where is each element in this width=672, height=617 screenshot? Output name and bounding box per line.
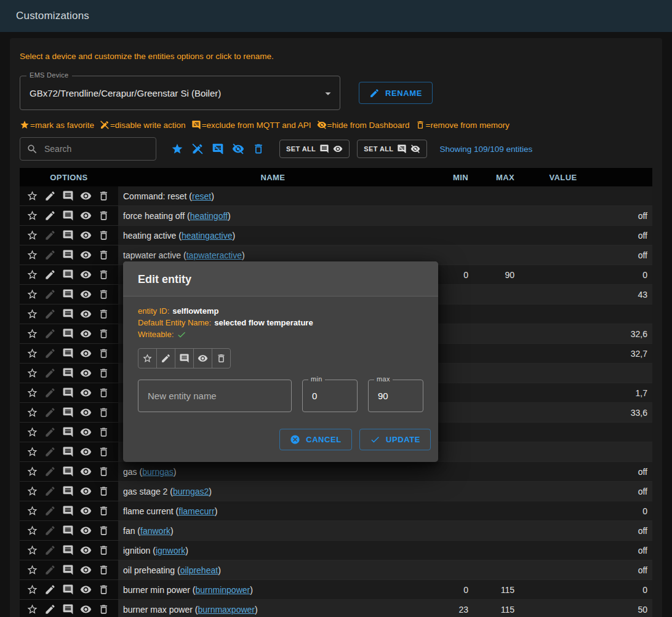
set-all-show-button[interactable]: SET ALL (279, 140, 350, 158)
mqtt-toggle[interactable] (175, 348, 194, 368)
entity-link[interactable]: burnminpower (196, 585, 250, 595)
mqtt-exclude-icon[interactable] (62, 426, 74, 438)
visibility-icon[interactable] (80, 426, 92, 438)
cancel-button[interactable]: CANCEL (279, 429, 352, 450)
visibility-toggle[interactable] (193, 348, 212, 368)
visibility-icon[interactable] (80, 387, 92, 399)
visibility-icon[interactable] (80, 249, 92, 261)
edit-icon[interactable] (44, 505, 56, 517)
favorite-star-icon[interactable] (26, 466, 38, 477)
mqtt-exclude-icon[interactable] (62, 229, 74, 241)
edit-icon[interactable] (44, 485, 56, 497)
visibility-icon[interactable] (80, 466, 92, 477)
entity-link[interactable]: heatingactive (182, 231, 233, 241)
mqtt-exclude-icon[interactable] (62, 348, 74, 359)
edit-icon[interactable] (44, 328, 56, 340)
visibility-icon[interactable] (80, 446, 92, 458)
edit-icon[interactable] (44, 426, 56, 438)
delete-icon[interactable] (98, 525, 110, 536)
mqtt-exclude-icon[interactable] (62, 446, 74, 458)
mqtt-exclude-icon[interactable] (62, 249, 74, 261)
edit-icon[interactable] (44, 544, 56, 556)
update-button[interactable]: UPDATE (359, 429, 431, 450)
new-name-input[interactable] (146, 390, 283, 402)
delete-icon[interactable] (98, 564, 110, 576)
delete-icon[interactable] (98, 505, 110, 517)
delete-icon[interactable] (98, 269, 110, 281)
delete-icon[interactable] (98, 584, 110, 595)
edit-icon[interactable] (44, 584, 56, 595)
edit-icon[interactable] (44, 210, 56, 221)
table-row[interactable]: flame current (flamecurr) 0 (20, 501, 652, 521)
table-row[interactable]: force heating off (heatingoff) off (20, 206, 652, 226)
edit-icon[interactable] (44, 407, 56, 418)
favorite-star-icon[interactable] (26, 348, 38, 359)
mqtt-exclude-icon[interactable] (62, 289, 74, 300)
mqtt-exclude-icon[interactable] (62, 485, 74, 497)
edit-icon[interactable] (44, 387, 56, 399)
delete-icon[interactable] (98, 210, 110, 221)
delete-icon[interactable] (98, 229, 110, 241)
edit-icon[interactable] (44, 308, 56, 320)
favorite-star-icon[interactable] (26, 190, 38, 202)
edit-icon[interactable] (44, 466, 56, 477)
visibility-icon[interactable] (80, 269, 92, 281)
table-row[interactable]: fan (fanwork) off (20, 521, 652, 541)
delete-icon[interactable] (98, 603, 110, 615)
device-select[interactable]: EMS Device GBx72/Trendline/Cerapur/Green… (20, 76, 340, 110)
favorite-star-icon[interactable] (26, 446, 38, 458)
mqtt-exclude-icon[interactable] (62, 328, 74, 340)
mqtt-exclude-icon[interactable] (62, 544, 74, 556)
delete-icon[interactable] (98, 348, 110, 359)
delete-icon[interactable] (98, 387, 110, 399)
edit-icon[interactable] (44, 348, 56, 359)
mqtt-exclude-icon[interactable] (62, 190, 74, 202)
table-row[interactable]: heating active (heatingactive) off (20, 226, 652, 245)
set-all-hide-button[interactable]: SET ALL (357, 140, 427, 158)
favorite-star-icon[interactable] (26, 505, 38, 517)
visibility-icon[interactable] (80, 505, 92, 517)
visibility-icon[interactable] (80, 564, 92, 576)
table-row[interactable]: gas stage 2 (burngas2) off (20, 482, 652, 501)
entity-link[interactable]: reset (192, 191, 211, 201)
entity-link[interactable]: burnmaxpower (198, 605, 255, 615)
delete-icon[interactable] (98, 544, 110, 556)
favorite-star-icon[interactable] (26, 387, 38, 399)
favorite-star-icon[interactable] (26, 229, 38, 241)
delete-icon[interactable] (98, 426, 110, 438)
visibility-icon[interactable] (80, 348, 92, 359)
delete-icon[interactable] (98, 328, 110, 340)
favorite-star-icon[interactable] (26, 525, 38, 536)
favorite-star-icon[interactable] (26, 426, 38, 438)
favorite-star-icon[interactable] (26, 210, 38, 221)
entity-link[interactable]: fanwork (140, 526, 170, 536)
favorite-star-icon[interactable] (26, 269, 38, 281)
mqtt-exclude-icon[interactable] (62, 269, 74, 281)
entity-link[interactable]: tapwateractive (186, 250, 242, 260)
visibility-icon[interactable] (80, 367, 92, 379)
favorite-star-icon[interactable] (26, 544, 38, 556)
favorite-star-icon[interactable] (26, 328, 38, 340)
delete-icon[interactable] (98, 446, 110, 458)
delete-action-icon[interactable] (252, 143, 265, 155)
search-field[interactable] (20, 137, 156, 161)
write-toggle[interactable] (156, 348, 175, 368)
delete-icon[interactable] (98, 407, 110, 418)
edit-icon[interactable] (44, 190, 56, 202)
visibility-icon[interactable] (80, 485, 92, 497)
visibility-icon[interactable] (80, 525, 92, 536)
delete-icon[interactable] (98, 249, 110, 261)
favorite-star-icon[interactable] (26, 289, 38, 300)
visibility-icon[interactable] (80, 328, 92, 340)
hide-action-icon[interactable] (232, 143, 244, 155)
favorite-star-icon[interactable] (26, 603, 38, 615)
rename-button[interactable]: RENAME (359, 82, 433, 104)
mqtt-exclude-icon[interactable] (62, 525, 74, 536)
entity-link[interactable]: heatingoff (190, 211, 228, 221)
edit-off-action-icon[interactable] (191, 143, 204, 155)
delete-icon[interactable] (98, 308, 110, 320)
favorite-star-icon[interactable] (26, 584, 38, 595)
delete-toggle[interactable] (212, 348, 231, 368)
entity-link[interactable]: flamecurr (178, 506, 214, 516)
visibility-icon[interactable] (80, 210, 92, 221)
